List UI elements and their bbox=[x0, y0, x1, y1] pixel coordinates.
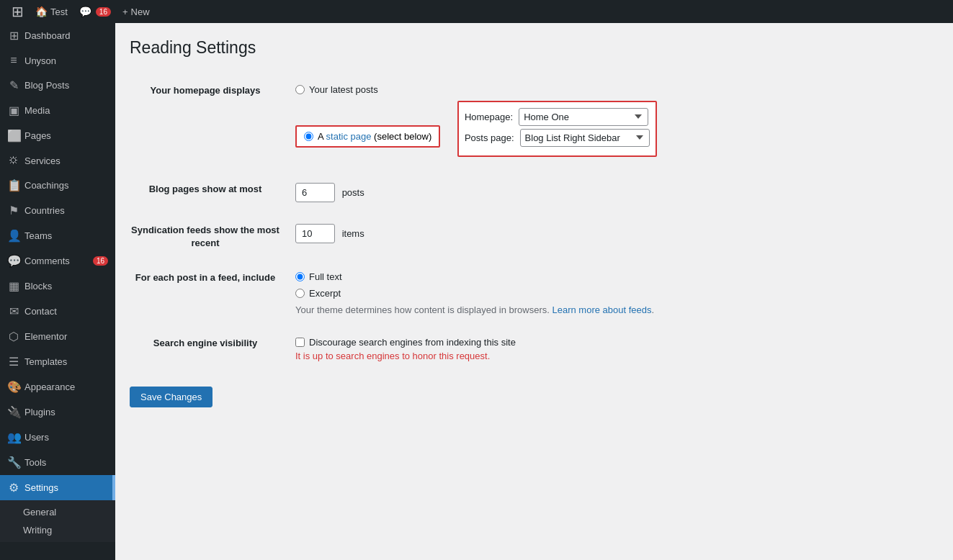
radio-latest-posts-input[interactable] bbox=[295, 85, 305, 94]
blog-posts-icon: ✎ bbox=[7, 78, 20, 92]
radio-full-text-label[interactable]: Full text bbox=[309, 271, 342, 282]
new-label: New bbox=[131, 6, 150, 17]
sidebar-item-elementor[interactable]: ⬡ Elementor bbox=[0, 324, 115, 349]
sidebar-label-services: Services bbox=[24, 155, 61, 166]
sidebar-item-blocks[interactable]: ▦ Blocks bbox=[0, 274, 115, 299]
admin-bar: ⊞ 🏠 Test 💬 16 + New bbox=[0, 0, 953, 23]
search-visibility-warning: It is up to search engines to honor this… bbox=[295, 351, 931, 361]
sidebar-label-elementor: Elementor bbox=[24, 331, 67, 342]
posts-page-select-label: Posts page: bbox=[465, 132, 514, 143]
radio-latest-posts-label[interactable]: Your latest posts bbox=[309, 84, 378, 95]
new-bar[interactable]: + New bbox=[117, 0, 156, 23]
sidebar-label-teams: Teams bbox=[24, 230, 52, 241]
wp-logo[interactable]: ⊞ bbox=[6, 0, 30, 23]
radio-static-page-input[interactable] bbox=[304, 132, 313, 141]
blog-pages-label: Blog pages show at most bbox=[130, 172, 288, 213]
syndication-field: items bbox=[288, 213, 939, 261]
sidebar-item-appearance[interactable]: 🎨 Appearance bbox=[0, 374, 115, 399]
submenu-general[interactable]: General bbox=[0, 503, 115, 521]
feed-include-field: Full text Excerpt Your theme determines … bbox=[288, 261, 939, 326]
unyson-icon: ≡ bbox=[7, 54, 20, 67]
radio-excerpt-input[interactable] bbox=[295, 289, 305, 298]
homepage-select-row: Homepage: Home One Sample Page About Con… bbox=[465, 108, 650, 126]
sidebar-label-unyson: Unyson bbox=[24, 55, 56, 66]
feed-include-label: For each post in a feed, include bbox=[130, 261, 288, 326]
sidebar-label-templates: Templates bbox=[24, 356, 67, 367]
contact-icon: ✉ bbox=[7, 304, 20, 318]
blocks-icon: ▦ bbox=[7, 279, 20, 293]
homepage-displays-label: Your homepage displays bbox=[130, 73, 288, 172]
radio-full-text: Full text bbox=[295, 271, 931, 282]
sidebar-item-templates[interactable]: ☰ Templates bbox=[0, 349, 115, 374]
homepage-displays-row: Your homepage displays Your latest posts… bbox=[130, 73, 939, 172]
submenu-writing[interactable]: Writing bbox=[0, 521, 115, 539]
blog-pages-input[interactable] bbox=[295, 183, 335, 202]
dashboard-icon: ⊞ bbox=[7, 29, 20, 42]
posts-page-select[interactable]: Blog List Right Sidebar Blog List Left S… bbox=[520, 129, 650, 147]
sidebar-label-settings: Settings bbox=[24, 482, 58, 493]
sidebar-label-blog-posts: Blog Posts bbox=[24, 80, 69, 91]
elementor-icon: ⬡ bbox=[7, 330, 20, 343]
services-icon: ⛭ bbox=[7, 154, 20, 167]
radio-excerpt-label[interactable]: Excerpt bbox=[309, 288, 341, 299]
tools-icon: 🔧 bbox=[7, 456, 20, 469]
sidebar-label-dashboard: Dashboard bbox=[24, 30, 71, 41]
settings-submenu: General Writing bbox=[0, 500, 115, 542]
sidebar-item-teams[interactable]: 👤 Teams bbox=[0, 223, 115, 248]
sidebar-label-plugins: Plugins bbox=[24, 407, 55, 417]
sidebar-item-coachings[interactable]: 📋 Coachings bbox=[0, 173, 115, 198]
sidebar-item-dashboard[interactable]: ⊞ Dashboard bbox=[0, 23, 115, 48]
templates-icon: ☰ bbox=[7, 355, 20, 369]
comments-badge: 16 bbox=[93, 256, 108, 266]
comment-count-badge: 16 bbox=[96, 7, 111, 17]
homepage-select[interactable]: Home One Sample Page About Contact bbox=[519, 108, 648, 126]
sidebar-label-users: Users bbox=[24, 432, 49, 443]
plugins-icon: 🔌 bbox=[7, 405, 20, 419]
sidebar-item-services[interactable]: ⛭ Services bbox=[0, 148, 115, 173]
content-area: Reading Settings Your homepage displays … bbox=[115, 23, 953, 560]
sidebar-item-plugins[interactable]: 🔌 Plugins bbox=[0, 399, 115, 425]
sidebar-label-appearance: Appearance bbox=[24, 381, 75, 392]
syndication-input[interactable] bbox=[295, 224, 335, 243]
sidebar-item-contact[interactable]: ✉ Contact bbox=[0, 299, 115, 324]
site-name-bar[interactable]: 🏠 Test bbox=[30, 0, 73, 23]
blog-pages-suffix: posts bbox=[342, 187, 364, 198]
syndication-row: Syndication feeds show the most recent i… bbox=[130, 213, 939, 261]
posts-page-select-row: Posts page: Blog List Right Sidebar Blog… bbox=[465, 129, 650, 147]
sidebar-label-contact: Contact bbox=[24, 306, 57, 317]
static-page-link[interactable]: static page bbox=[326, 131, 372, 142]
sidebar-label-media: Media bbox=[24, 105, 50, 116]
homepage-select-label: Homepage: bbox=[465, 112, 513, 122]
sidebar-item-blog-posts[interactable]: ✎ Blog Posts bbox=[0, 73, 115, 98]
sidebar-item-pages[interactable]: ⬜ Pages bbox=[0, 123, 115, 148]
sidebar-item-countries[interactable]: ⚑ Countries bbox=[0, 198, 115, 223]
search-visibility-checkbox[interactable] bbox=[295, 338, 305, 347]
save-changes-button[interactable]: Save Changes bbox=[130, 387, 212, 407]
sidebar-item-settings[interactable]: ⚙ Settings bbox=[0, 475, 115, 500]
media-icon: ▣ bbox=[7, 104, 20, 117]
search-visibility-checkbox-label[interactable]: Discourage search engines from indexing … bbox=[309, 337, 516, 348]
countries-icon: ⚑ bbox=[7, 204, 20, 217]
radio-full-text-input[interactable] bbox=[295, 272, 305, 281]
search-visibility-checkbox-row: Discourage search engines from indexing … bbox=[295, 337, 931, 348]
sidebar-item-comments[interactable]: 💬 Comments 16 bbox=[0, 248, 115, 274]
learn-more-link[interactable]: Learn more about feeds bbox=[552, 304, 652, 315]
teams-icon: 👤 bbox=[7, 229, 20, 243]
settings-icon: ⚙ bbox=[7, 481, 20, 494]
syndication-suffix: items bbox=[342, 228, 364, 239]
search-visibility-label: Search engine visibility bbox=[130, 326, 288, 372]
radio-excerpt: Excerpt bbox=[295, 288, 931, 299]
feed-description: Your theme determines how content is dis… bbox=[295, 304, 931, 315]
sidebar-label-blocks: Blocks bbox=[24, 281, 52, 292]
radio-latest-posts: Your latest posts bbox=[295, 84, 931, 95]
search-visibility-field: Discourage search engines from indexing … bbox=[288, 326, 939, 372]
sidebar-item-tools[interactable]: 🔧 Tools bbox=[0, 450, 115, 475]
comments-icon: 💬 bbox=[7, 254, 20, 268]
site-name-label: Test bbox=[50, 6, 68, 17]
sidebar: ⊞ Dashboard ≡ Unyson ✎ Blog Posts ▣ Medi… bbox=[0, 23, 115, 560]
feed-include-row: For each post in a feed, include Full te… bbox=[130, 261, 939, 326]
sidebar-item-unyson[interactable]: ≡ Unyson bbox=[0, 48, 115, 73]
comments-bar[interactable]: 💬 16 bbox=[73, 0, 117, 23]
sidebar-item-users[interactable]: 👥 Users bbox=[0, 425, 115, 450]
sidebar-item-media[interactable]: ▣ Media bbox=[0, 98, 115, 123]
